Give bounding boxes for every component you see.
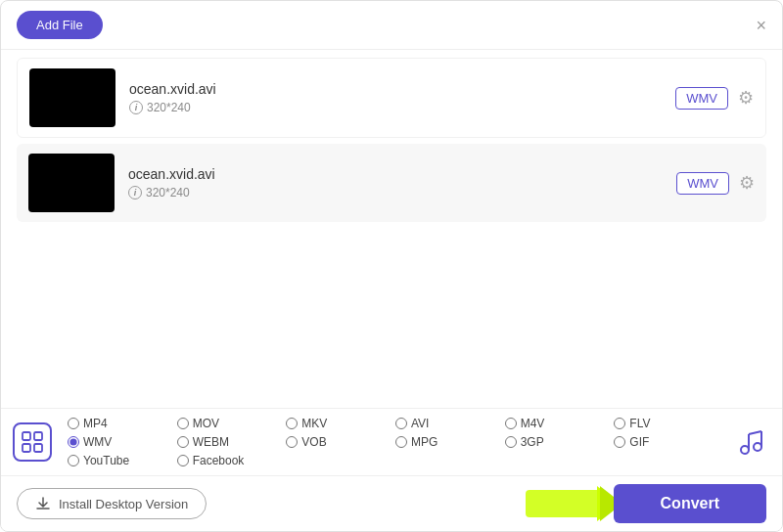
settings-button[interactable]: ⚙ <box>739 172 755 194</box>
format-option-mkv[interactable]: MKV <box>286 417 395 430</box>
svg-line-8 <box>749 431 761 434</box>
convert-button[interactable]: Convert <box>614 484 766 523</box>
format-badge[interactable]: WMV <box>675 87 728 110</box>
format-option-3gp[interactable]: 3GP <box>505 435 615 449</box>
file-list: ocean.xvid.avi i 320*240 WMV ⚙ ocean.xvi… <box>1 50 782 236</box>
file-resolution: 320*240 <box>146 186 190 200</box>
file-resolution: 320*240 <box>147 101 191 114</box>
file-name: ocean.xvid.avi <box>128 166 676 182</box>
convert-area: Convert <box>524 482 766 525</box>
music-icon-area[interactable] <box>731 427 770 457</box>
format-radio-webm[interactable] <box>177 436 189 448</box>
format-option-vob[interactable]: VOB <box>286 435 395 449</box>
svg-point-5 <box>754 443 761 451</box>
svg-rect-2 <box>23 444 30 452</box>
format-radio-mpg[interactable] <box>395 436 407 448</box>
file-name: ocean.xvid.avi <box>129 81 675 97</box>
format-radio-mov[interactable] <box>177 418 189 429</box>
install-desktop-button[interactable]: Install Desktop Version <box>17 488 207 519</box>
file-info: ocean.xvid.avi i 320*240 <box>115 166 676 200</box>
format-radio-3gp[interactable] <box>505 436 517 448</box>
format-option-gif[interactable]: GIF <box>614 435 723 449</box>
format-option-avi[interactable]: AVI <box>395 417 505 430</box>
format-option-facebook[interactable]: Facebook <box>177 454 287 467</box>
svg-point-4 <box>741 446 749 454</box>
format-option-youtube[interactable]: YouTube <box>68 454 177 467</box>
format-radio-youtube[interactable] <box>68 455 79 466</box>
info-icon: i <box>129 101 143 114</box>
format-bar: MP4 MOV MKV AVI M4V FLV WMV WEBM VOB MPG <box>1 408 782 476</box>
file-actions: WMV ⚙ <box>676 172 755 195</box>
format-radio-gif[interactable] <box>614 436 625 448</box>
format-option-mp4[interactable]: MP4 <box>68 417 177 430</box>
file-actions: WMV ⚙ <box>675 87 754 110</box>
file-item: ocean.xvid.avi i 320*240 WMV ⚙ <box>17 144 766 222</box>
settings-button[interactable]: ⚙ <box>738 87 754 109</box>
format-option-webm[interactable]: WEBM <box>177 435 287 449</box>
format-radio-facebook[interactable] <box>177 455 189 466</box>
svg-rect-0 <box>23 432 30 440</box>
format-options: MP4 MOV MKV AVI M4V FLV WMV WEBM VOB MPG <box>68 417 723 467</box>
add-file-button[interactable]: Add File <box>17 11 103 39</box>
info-icon: i <box>128 186 142 200</box>
app-footer: Install Desktop Version Convert <box>1 476 782 531</box>
format-radio-mkv[interactable] <box>286 418 298 429</box>
arrow-indicator <box>524 482 622 525</box>
format-radio-wmv[interactable] <box>68 436 79 448</box>
app-header: Add File × <box>1 1 782 50</box>
format-radio-avi[interactable] <box>395 418 407 429</box>
format-radio-m4v[interactable] <box>505 418 517 429</box>
format-option-mov[interactable]: MOV <box>177 417 287 430</box>
close-button[interactable]: × <box>756 17 766 34</box>
format-option-wmv[interactable]: WMV <box>68 435 177 449</box>
svg-rect-9 <box>526 490 604 517</box>
svg-rect-1 <box>34 432 42 440</box>
download-icon <box>35 496 51 511</box>
file-info: ocean.xvid.avi i 320*240 <box>115 81 675 114</box>
file-thumbnail <box>28 154 115 212</box>
file-meta: i 320*240 <box>128 186 676 200</box>
format-radio-vob[interactable] <box>286 436 298 448</box>
file-thumbnail <box>29 68 115 127</box>
format-option-mpg[interactable]: MPG <box>395 435 505 449</box>
file-item: ocean.xvid.avi i 320*240 WMV ⚙ <box>17 58 766 138</box>
format-radio-flv[interactable] <box>614 418 625 429</box>
video-format-icon <box>13 422 52 462</box>
format-option-m4v[interactable]: M4V <box>505 417 615 430</box>
file-meta: i 320*240 <box>129 101 675 114</box>
format-radio-mp4[interactable] <box>68 418 79 429</box>
format-badge[interactable]: WMV <box>676 172 729 195</box>
format-option-flv[interactable]: FLV <box>614 417 723 430</box>
svg-rect-3 <box>34 444 42 452</box>
